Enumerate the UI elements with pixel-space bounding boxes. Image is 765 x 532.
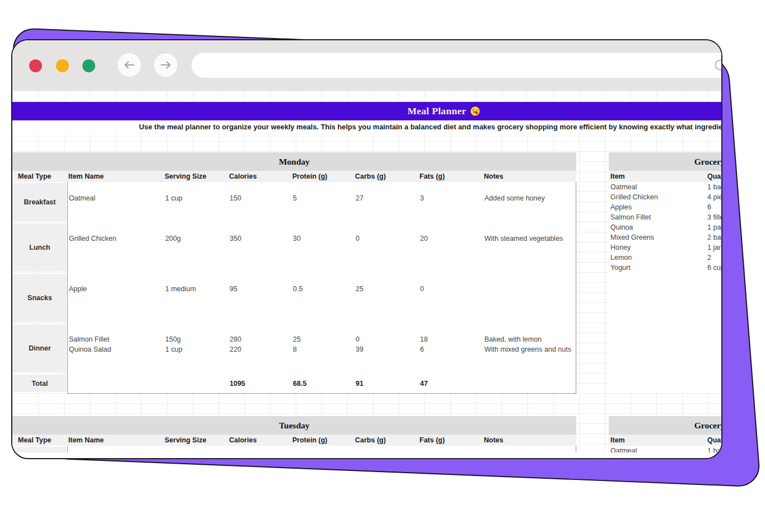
grocery-column-header: Quantity: [706, 436, 722, 444]
grocery-item-cell[interactable]: Honey: [609, 242, 706, 253]
table-cell[interactable]: 1 cup: [164, 193, 228, 203]
table-cell[interactable]: 6: [419, 344, 483, 354]
browser-toolbar: [12, 40, 721, 91]
table-cell[interactable]: 25: [354, 284, 419, 294]
table-cell[interactable]: 280: [228, 334, 292, 344]
table-cell[interactable]: 0: [354, 334, 419, 344]
meal-table-body: BreakfastLunchSnacksDinnerTotalOatmeal1 …: [12, 182, 576, 394]
back-button[interactable]: [118, 53, 141, 77]
grocery-quantity-cell[interactable]: 1 pack: [706, 222, 722, 232]
grocery-item-cell[interactable]: Quinoa: [609, 222, 706, 232]
table-cell[interactable]: 20: [419, 234, 483, 244]
meal-type-cell[interactable]: Lunch: [13, 223, 67, 272]
zoom-window-button[interactable]: [82, 59, 95, 72]
grocery-quantity-cell[interactable]: 1 bag: [706, 182, 722, 192]
table-cell[interactable]: 1 cup: [164, 344, 228, 354]
table-row[interactable]: Grilled Chicken200g35030020With steamed …: [68, 234, 576, 244]
table-cell[interactable]: 200g: [164, 234, 228, 244]
browser-window: Meal Planner Use the meal planner to org…: [11, 39, 722, 459]
table-cell[interactable]: 18: [419, 334, 483, 344]
grocery-quantity-cell[interactable]: 2: [706, 253, 722, 263]
grocery-body: ItemQuantityOatmeal1 bagGrilled Chicken4…: [609, 171, 722, 393]
grocery-quantity-cell[interactable]: 3 fillets: [706, 212, 722, 222]
table-cell[interactable]: 0.5: [292, 284, 354, 294]
subtitle-text: Use the meal planner to organize your we…: [139, 123, 722, 131]
table-cell[interactable]: Baked, with lemon: [483, 334, 576, 344]
grocery-item-cell[interactable]: Lemon: [609, 253, 706, 263]
table-row[interactable]: Quinoa Salad1 cup2208396With mixed green…: [68, 344, 576, 354]
grocery-quantity-cell[interactable]: 6 cups: [706, 263, 722, 273]
table-cell[interactable]: [483, 284, 576, 294]
grocery-quantity-cell[interactable]: 6: [706, 202, 722, 212]
table-cell[interactable]: Grilled Chicken: [68, 234, 164, 244]
grocery-item-cell[interactable]: Mixed Greens: [609, 232, 706, 242]
title-banner: Meal Planner: [12, 102, 722, 120]
column-header: Calories: [228, 172, 291, 180]
table-cell[interactable]: Quinoa Salad: [68, 344, 164, 354]
table-row[interactable]: Salmon Fillet150g28025018Baked, with lem…: [68, 334, 576, 344]
grocery-row[interactable]: Grilled Chicken4 pieces: [609, 192, 722, 202]
grocery-row[interactable]: Honey1 jar: [609, 242, 722, 253]
table-row[interactable]: Apple1 medium950.5250: [68, 284, 576, 294]
table-cell[interactable]: 350: [228, 234, 292, 244]
table-cell[interactable]: With steamed vegetables: [483, 234, 576, 244]
grocery-item-cell[interactable]: Grilled Chicken: [609, 192, 706, 202]
table-cell[interactable]: 0: [419, 284, 483, 294]
grocery-quantity-cell[interactable]: 1 jar: [706, 242, 722, 253]
meal-rows: Oatmeal1 cup1505273Added some honeyGrill…: [67, 182, 576, 394]
grocery-row[interactable]: Yogurt6 cups: [609, 263, 722, 273]
grocery-item-cell[interactable]: Oatmeal: [609, 446, 706, 452]
meal-type-column: [12, 446, 67, 452]
table-cell[interactable]: With mixed greens and nuts: [483, 344, 576, 354]
grocery-row[interactable]: Mixed Greens2 bags: [609, 232, 722, 242]
table-cell[interactable]: 95: [228, 284, 292, 294]
table-cell[interactable]: 27: [354, 193, 419, 203]
table-cell[interactable]: 30: [292, 234, 354, 244]
total-cell: 91: [354, 380, 419, 388]
grocery-item-cell[interactable]: Oatmeal: [609, 182, 706, 192]
meal-type-cell[interactable]: [13, 447, 67, 452]
grocery-quantity-cell[interactable]: 4 pieces: [706, 192, 722, 202]
table-cell[interactable]: Oatmeal: [68, 193, 164, 203]
table-cell[interactable]: Salmon Fillet: [68, 334, 164, 344]
total-cell: 68.5: [292, 380, 354, 388]
column-header: Carbs (g): [354, 436, 418, 444]
address-bar[interactable]: [192, 53, 722, 78]
table-cell[interactable]: 39: [354, 344, 419, 354]
grocery-row[interactable]: Apples6: [609, 202, 722, 212]
grocery-row[interactable]: Oatmeal1 bag: [609, 182, 722, 192]
grocery-quantity-cell[interactable]: 2 bags: [706, 232, 722, 242]
total-row: 109568.59147: [68, 374, 576, 393]
table-cell[interactable]: 1 medium: [164, 284, 228, 294]
table-cell[interactable]: 220: [228, 344, 292, 354]
meal-group: Salmon Fillet150g28025018Baked, with lem…: [68, 323, 576, 374]
meal-table: TuesdayMeal TypeItem NameServing SizeCal…: [12, 416, 576, 452]
minimize-window-button[interactable]: [56, 59, 69, 72]
table-cell[interactable]: 5: [292, 193, 354, 203]
grocery-row[interactable]: Salmon Fillet3 fillets: [609, 212, 722, 222]
grocery-column-header: Item: [609, 436, 706, 444]
grocery-row[interactable]: Quinoa1 pack: [609, 222, 722, 232]
meal-type-cell[interactable]: Breakfast: [13, 183, 67, 221]
grocery-row[interactable]: Oatmeal1 bag: [609, 446, 722, 452]
table-cell[interactable]: 25: [292, 334, 354, 344]
close-window-button[interactable]: [29, 59, 42, 72]
grocery-item-cell[interactable]: Salmon Fillet: [609, 212, 706, 222]
table-row[interactable]: Oatmeal1 cup1505273Added some honey: [68, 193, 576, 203]
table-cell[interactable]: 150g: [164, 334, 228, 344]
table-cell[interactable]: 150: [228, 193, 292, 203]
column-header: Meal Type: [12, 436, 67, 444]
meal-type-cell[interactable]: Dinner: [13, 324, 67, 372]
meal-type-cell[interactable]: Snacks: [13, 274, 67, 322]
grocery-item-cell[interactable]: Apples: [609, 202, 706, 212]
table-cell[interactable]: Apple: [68, 284, 164, 294]
column-header: Item Name: [67, 436, 164, 444]
table-cell[interactable]: 8: [292, 344, 354, 354]
grocery-row[interactable]: Lemon2: [609, 253, 722, 263]
grocery-item-cell[interactable]: Yogurt: [609, 263, 706, 273]
arrow-left-icon: [124, 60, 135, 69]
table-cell[interactable]: Added some honey: [483, 193, 576, 203]
table-cell[interactable]: 3: [419, 193, 483, 203]
table-cell[interactable]: 0: [354, 234, 419, 244]
forward-button[interactable]: [154, 53, 178, 77]
